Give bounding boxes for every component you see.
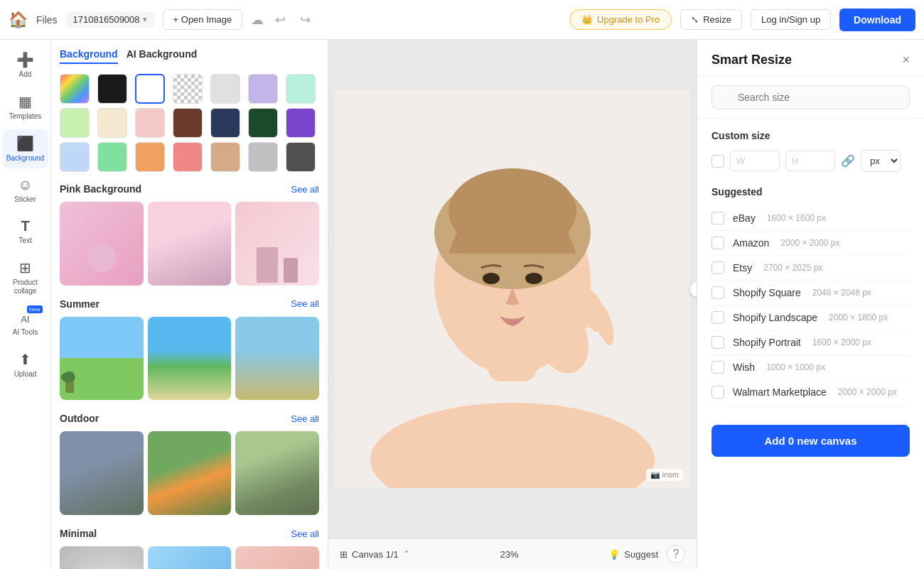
shopify-square-size: 2048 × 2048 px — [812, 288, 871, 298]
swatch-purple[interactable] — [286, 108, 316, 138]
layers-button[interactable]: ⊞ Canvas 1/1 ⌃ — [340, 549, 410, 560]
upgrade-button[interactable]: 👑 Upgrade to Pro — [569, 9, 672, 30]
smart-resize-body: Custom size 🔗 px in cm Suggested — [697, 119, 924, 569]
swatch-mint[interactable] — [286, 74, 316, 104]
help-button[interactable]: ? — [667, 545, 685, 563]
unit-select[interactable]: px in cm — [861, 150, 901, 172]
swatch-tan[interactable] — [210, 142, 240, 172]
smart-resize-header: Smart Resize × — [697, 40, 924, 77]
list-item[interactable] — [235, 546, 319, 569]
swatch-green-mid[interactable] — [97, 142, 127, 172]
smart-resize-close-button[interactable]: × — [902, 53, 910, 67]
list-item[interactable] — [148, 546, 232, 569]
open-image-label: + Open Image — [173, 14, 232, 25]
tab-background[interactable]: Background — [60, 48, 118, 64]
redo-icon[interactable]: ↪ — [297, 9, 313, 31]
resize-label: Resize — [703, 14, 731, 25]
shopify-landscape-size: 2000 × 1800 px — [829, 313, 888, 323]
shopify-square-checkbox[interactable] — [711, 286, 724, 299]
swatch-purple-light[interactable] — [248, 74, 278, 104]
swatch-navy[interactable] — [210, 108, 240, 138]
resize-button[interactable]: ⤡ Resize — [680, 9, 742, 30]
section-pink: Pink Background See all — [60, 183, 319, 286]
canvas-image — [335, 90, 690, 488]
sidebar-item-product-collage[interactable]: ⊞ Product collage — [3, 254, 48, 301]
canvas-content[interactable]: 📷 insm ‹ — [328, 40, 697, 538]
width-input[interactable] — [730, 151, 780, 171]
login-button[interactable]: Log in/Sign up — [751, 9, 831, 30]
height-input[interactable] — [785, 151, 835, 171]
tab-ai-background[interactable]: AI Background — [127, 48, 198, 64]
sidebar-item-templates[interactable]: ▦ Templates — [3, 87, 48, 126]
list-item[interactable] — [235, 202, 319, 286]
summer-image-grid — [60, 317, 319, 401]
swatch-blue-light[interactable] — [60, 142, 90, 172]
list-item[interactable] — [60, 431, 144, 515]
shopify-landscape-checkbox[interactable] — [711, 311, 724, 324]
walmart-checkbox[interactable] — [711, 386, 724, 399]
cloud-icon[interactable]: ☁ — [251, 12, 264, 28]
download-button[interactable]: Download — [839, 9, 915, 31]
sidebar-item-background[interactable]: ⬛ Background — [3, 129, 48, 168]
search-input[interactable] — [711, 85, 910, 109]
swatch-dark-green[interactable] — [248, 108, 278, 138]
swatch-rainbow[interactable] — [60, 74, 90, 104]
shopify-portrait-label: Shopify Portrait — [733, 337, 801, 348]
new-badge: New — [27, 305, 43, 313]
undo-icon[interactable]: ↩ — [272, 9, 289, 31]
custom-size-checkbox[interactable] — [711, 155, 724, 168]
swatch-green-light[interactable] — [60, 108, 90, 138]
see-all-outdoor[interactable]: See all — [291, 413, 319, 424]
list-item[interactable] — [60, 317, 144, 401]
swatch-cream[interactable] — [97, 108, 127, 138]
etsy-checkbox[interactable] — [711, 261, 724, 274]
link-dimensions-icon[interactable]: 🔗 — [841, 154, 855, 168]
walmart-label: Walmart Marketplace — [733, 386, 827, 398]
swatch-rose[interactable] — [173, 142, 203, 172]
list-item[interactable] — [60, 546, 144, 569]
swatch-grey-mid[interactable] — [248, 142, 278, 172]
swatch-white[interactable] — [135, 74, 165, 104]
swatch-orange[interactable] — [135, 142, 165, 172]
sidebar-item-label: AI Tools — [13, 328, 38, 337]
sidebar-item-add[interactable]: ➕ Add — [3, 45, 48, 85]
swatch-black[interactable] — [97, 74, 127, 104]
swatch-pink-light[interactable] — [135, 108, 165, 138]
sidebar-item-text[interactable]: T Text — [3, 212, 48, 251]
see-all-minimal[interactable]: See all — [291, 529, 319, 539]
sidebar-item-upload[interactable]: ⬆ Upload — [3, 345, 48, 384]
swatch-charcoal[interactable] — [286, 142, 316, 172]
home-icon[interactable]: 🏠 — [9, 11, 28, 29]
smart-resize-panel: Smart Resize × 🔍 Custom size 🔗 px — [697, 40, 924, 569]
filename-chevron-icon: ▾ — [143, 15, 147, 24]
swatch-transparent[interactable] — [173, 74, 203, 104]
swatch-grey-light[interactable] — [210, 74, 240, 104]
filename-selector[interactable]: 1710816509008 ▾ — [66, 11, 154, 28]
ebay-checkbox[interactable] — [711, 212, 724, 224]
see-all-summer[interactable]: See all — [291, 298, 319, 309]
ebay-label: eBay — [733, 212, 756, 224]
files-label[interactable]: Files — [36, 14, 58, 26]
open-image-button[interactable]: + Open Image — [163, 9, 243, 30]
see-all-pink[interactable]: See all — [291, 184, 319, 195]
sidebar-item-sticker[interactable]: ☺ Sticker — [3, 171, 48, 210]
shopify-portrait-checkbox[interactable] — [711, 336, 724, 349]
list-item[interactable] — [148, 431, 232, 515]
canvas-bottom-bar: ⊞ Canvas 1/1 ⌃ 23% 💡 Suggest ? — [328, 538, 697, 569]
list-item[interactable] — [60, 202, 144, 286]
add-canvas-button[interactable]: Add 0 new canvas — [711, 425, 910, 457]
wish-checkbox[interactable] — [711, 361, 724, 374]
sidebar-item-ai-tools[interactable]: AI New AI Tools — [3, 304, 48, 342]
amazon-checkbox[interactable] — [711, 237, 724, 249]
topbar: 🏠 Files 1710816509008 ▾ + Open Image ☁ ↩… — [0, 0, 924, 40]
suggest-icon: 💡 — [608, 549, 620, 560]
collapse-panel-button[interactable]: ‹ — [689, 281, 697, 298]
sidebar-item-label: Background — [6, 154, 44, 163]
sidebar-item-label: Sticker — [14, 195, 36, 204]
list-item[interactable] — [235, 317, 319, 401]
suggest-button[interactable]: 💡 Suggest — [608, 549, 658, 560]
list-item[interactable] — [235, 431, 319, 515]
list-item[interactable] — [148, 317, 232, 401]
swatch-brown[interactable] — [173, 108, 203, 138]
list-item[interactable] — [148, 202, 232, 286]
